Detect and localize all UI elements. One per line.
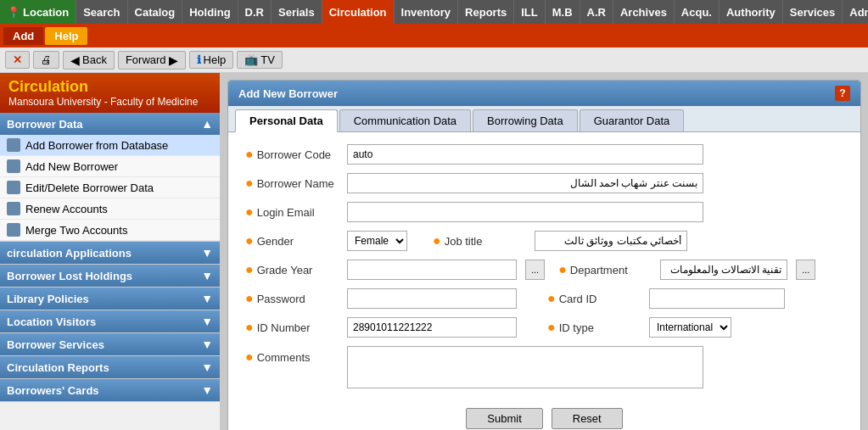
sidebar-item-merge[interactable]: Merge Two Accounts: [0, 220, 220, 241]
nav-acqu[interactable]: Acqu.: [675, 0, 720, 24]
form-content: ● Borrower Code ● Borrower Name: [228, 132, 860, 430]
second-toolbar: Add Help: [0, 24, 868, 47]
grade-year-input[interactable]: [347, 260, 517, 280]
folder-icon: [7, 159, 20, 173]
form-help-icon[interactable]: ?: [835, 86, 850, 101]
form-panel: Add New Borrower ? Personal Data Communi…: [227, 80, 861, 430]
folder-icon: [7, 223, 20, 237]
collapse-icon: ▲: [201, 117, 213, 131]
login-email-input[interactable]: [347, 202, 703, 222]
help-tb3-button[interactable]: ℹ Help: [189, 51, 234, 69]
section-location-visitors-header[interactable]: Location Visitors ▼: [0, 310, 220, 332]
section-circulation-reports-header[interactable]: Circulation Reports ▼: [0, 356, 220, 378]
borrower-name-row: ● Borrower Name: [245, 173, 843, 193]
expand-icon: ▼: [201, 246, 213, 260]
nav-circulation[interactable]: Circulation: [322, 0, 395, 24]
gender-label: ● Gender: [245, 233, 339, 249]
tab-guarantor[interactable]: Guarantor Data: [580, 109, 685, 131]
cancel-button[interactable]: ✕: [5, 51, 30, 69]
id-number-label: ● ID Number: [245, 320, 339, 335]
sidebar-item-add-from-db[interactable]: Add Borrower from Database: [0, 135, 220, 156]
sidebar-item-edit-delete[interactable]: Edit/Delete Borrower Data: [0, 177, 220, 198]
comments-row: ● Comments: [245, 346, 843, 391]
department-label: ● Department: [558, 262, 652, 277]
section-borrowers-cards: Borrowers' Cards ▼: [0, 379, 220, 402]
password-input[interactable]: [347, 288, 517, 309]
folder-icon: [7, 138, 20, 152]
section-circulation-apps: circulation Applications ▼: [0, 242, 220, 265]
borrower-code-label: ● Borrower Code: [245, 147, 339, 162]
nav-ill[interactable]: ILL: [514, 0, 546, 24]
idnumber-idtype-row: ● ID Number ● ID type International Nati…: [245, 317, 843, 338]
section-borrower-lost: Borrower Lost Holdings ▼: [0, 265, 220, 288]
section-borrower-data: Borrower Data ▲ Add Borrower from Databa…: [0, 113, 220, 242]
section-circulation-apps-header[interactable]: circulation Applications ▼: [0, 242, 220, 264]
nav-inventory[interactable]: Inventory: [395, 0, 459, 24]
job-title-label: ● Job title: [433, 233, 526, 249]
id-type-select[interactable]: International National Passport: [649, 317, 731, 338]
expand-icon: ▼: [201, 269, 213, 282]
id-number-input[interactable]: [347, 317, 517, 338]
tab-personal[interactable]: Personal Data: [235, 109, 338, 132]
back-button[interactable]: ◀ Back: [63, 51, 115, 70]
sidebar-item-renew[interactable]: Renew Accounts: [0, 198, 220, 220]
submit-button[interactable]: Submit: [466, 408, 542, 429]
nav-admin[interactable]: Admin: [843, 0, 868, 24]
print-button[interactable]: 🖨: [33, 51, 59, 69]
section-location-visitors: Location Visitors ▼: [0, 310, 220, 333]
form-panel-header: Add New Borrower ?: [228, 81, 860, 106]
nav-location[interactable]: 📍 Location: [0, 0, 76, 24]
password-label: ● Password: [245, 291, 339, 306]
tab-borrowing[interactable]: Borrowing Data: [473, 109, 578, 131]
nav-holding[interactable]: Holding: [182, 0, 238, 24]
card-id-label: ● Card ID: [547, 291, 641, 306]
nav-mb[interactable]: M.B: [546, 0, 580, 24]
section-borrowers-cards-header[interactable]: Borrowers' Cards ▼: [0, 379, 220, 401]
nav-serials[interactable]: Serials: [272, 0, 322, 24]
top-navigation: 📍 Location Search Catalog Holding D.R Se…: [0, 0, 868, 24]
borrower-name-input[interactable]: [347, 173, 703, 193]
section-borrower-data-header[interactable]: Borrower Data ▲: [0, 113, 220, 135]
section-borrower-services-header[interactable]: Borrower Services ▼: [0, 333, 220, 355]
department-browse-button[interactable]: ...: [796, 260, 815, 280]
tab-communication[interactable]: Communication Data: [339, 109, 471, 131]
expand-icon: ▼: [201, 292, 213, 305]
reset-button[interactable]: Reset: [552, 408, 623, 429]
sidebar-subtitle: Mansoura University - Faculty of Medicin…: [8, 96, 211, 108]
form-title: Add New Borrower: [238, 87, 338, 100]
section-library-policies-header[interactable]: Library Policies ▼: [0, 288, 220, 310]
nav-search[interactable]: Search: [76, 0, 127, 24]
expand-icon: ▼: [201, 315, 213, 328]
borrower-code-input[interactable]: [347, 144, 703, 165]
nav-services[interactable]: Services: [783, 0, 843, 24]
forward-button[interactable]: Forward ▶: [118, 51, 186, 70]
add-button[interactable]: Add: [3, 27, 43, 45]
expand-icon: ▼: [201, 360, 213, 374]
grade-department-row: ● Grade Year ... ● Department ...: [245, 260, 843, 280]
sidebar-header: Circulation Mansoura University - Facult…: [0, 73, 220, 113]
nav-archives[interactable]: Archives: [613, 0, 675, 24]
sidebar-item-add-new[interactable]: Add New Borrower: [0, 156, 220, 177]
department-input[interactable]: [660, 260, 787, 280]
nav-authority[interactable]: Authority: [720, 0, 783, 24]
nav-dr[interactable]: D.R: [238, 0, 272, 24]
main-layout: Circulation Mansoura University - Facult…: [0, 73, 868, 430]
nav-catalog[interactable]: Catalog: [128, 0, 183, 24]
card-id-input[interactable]: [649, 288, 785, 309]
section-borrower-lost-header[interactable]: Borrower Lost Holdings ▼: [0, 265, 220, 287]
app-title: Circulation: [8, 78, 211, 96]
job-title-input[interactable]: [535, 231, 687, 251]
comments-label: ● Comments: [245, 349, 339, 365]
grade-year-label: ● Grade Year: [245, 262, 339, 277]
tv-button[interactable]: 📺 TV: [237, 51, 283, 69]
comments-wrapper: [347, 346, 703, 391]
nav-ar[interactable]: A.R: [580, 0, 613, 24]
third-toolbar: ✕ 🖨 ◀ Back Forward ▶ ℹ Help 📺 TV: [0, 47, 868, 73]
comments-input[interactable]: [347, 346, 703, 388]
grade-browse-button[interactable]: ...: [525, 260, 545, 280]
gender-select[interactable]: Female Male: [347, 231, 407, 251]
section-library-policies: Library Policies ▼: [0, 288, 220, 310]
nav-reports[interactable]: Reports: [458, 0, 514, 24]
content-area: Add New Borrower ? Personal Data Communi…: [221, 73, 868, 430]
help-button[interactable]: Help: [45, 27, 87, 45]
